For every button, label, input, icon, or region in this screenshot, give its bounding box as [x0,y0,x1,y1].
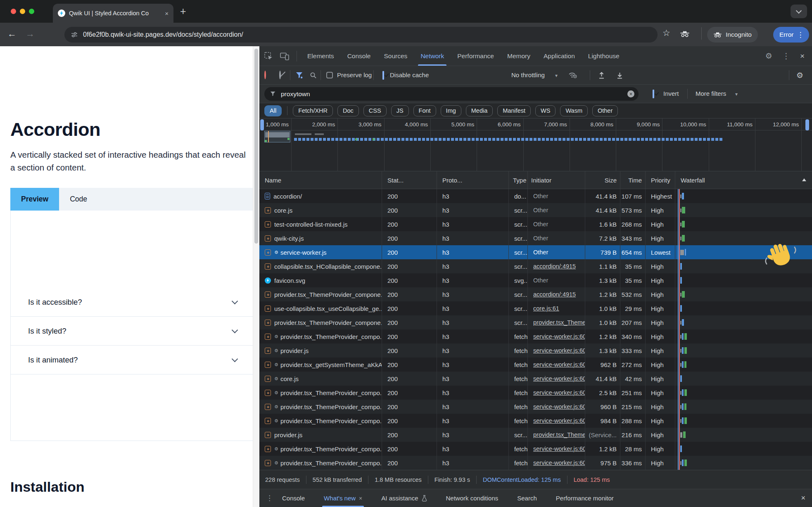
column-header-size[interactable]: Size [585,171,620,189]
network-request-row[interactable]: ‹›⚙service-worker.js200h3scr...Other739 … [259,245,812,259]
network-request-row[interactable]: ‹›provider.tsx_ThemeProvider_compone...2… [259,315,812,329]
network-request-row[interactable]: accordion/200h3do...Other41.4 kB107 msHi… [259,189,812,203]
devtools-close-icon[interactable]: × [800,52,805,61]
timeline-left-handle[interactable] [260,119,264,130]
column-header-priority[interactable]: Priority [646,171,675,189]
new-tab-button[interactable]: + [180,5,186,17]
filter-chip-wasm[interactable]: Wasm [560,105,588,116]
accordion-item[interactable]: Is it styled? [11,317,254,346]
drawer-tab-ai-assistance[interactable]: AI assistance [381,489,427,507]
network-request-row[interactable]: ‹›⚙provider.tsx_ThemeProvider_compo...20… [259,414,812,428]
column-header-status[interactable]: Stat... [382,171,437,189]
back-button[interactable]: ← [7,28,17,39]
filter-chip-media[interactable]: Media [466,105,493,116]
network-request-row[interactable]: ‹›⚙provider.tsx_getSystemTheme_aKkA...20… [259,358,812,372]
window-maximize-button[interactable] [29,9,34,14]
request-initiator-link[interactable]: service-worker.js:60 [533,389,585,396]
filter-chip-img[interactable]: Img [441,105,461,116]
devtools-tab-console[interactable]: Console [341,46,378,66]
tab-code[interactable]: Code [59,188,98,211]
export-har-icon[interactable] [616,71,623,79]
preserve-log-checkbox[interactable] [326,72,333,78]
page-scrollbar[interactable] [253,46,259,507]
devtools-tab-performance[interactable]: Performance [451,46,501,66]
column-header-waterfall[interactable]: Waterfall [675,171,812,189]
browser-menu-error-button[interactable]: Error ⋮ [773,27,809,43]
request-initiator-link[interactable]: service-worker.js:60 [533,347,585,354]
disable-cache-checkbox[interactable] [382,71,384,80]
more-filters-button[interactable]: More filters [696,90,726,97]
filter-chip-other[interactable]: Other [592,105,618,116]
drawer-tab-console[interactable]: Console [282,489,305,507]
close-drawer-tab-icon[interactable]: × [359,495,362,502]
tab-preview[interactable]: Preview [10,188,59,211]
import-har-icon[interactable] [598,71,605,79]
request-initiator-link[interactable]: service-worker.js:60 [533,361,585,368]
devtools-tab-elements[interactable]: Elements [301,46,341,66]
accordion-item[interactable]: Is it accessible? [11,288,254,317]
filter-chip-fetchxhr[interactable]: Fetch/XHR [293,105,333,116]
devtools-tab-memory[interactable]: Memory [501,46,537,66]
network-request-row[interactable]: ‹›⚙provider.tsx_ThemeProvider_compo...20… [259,400,812,414]
filter-chip-css[interactable]: CSS [363,105,387,116]
search-icon[interactable] [310,72,317,79]
site-settings-icon[interactable] [71,32,78,38]
device-toolbar-icon[interactable] [280,52,290,60]
browser-tab[interactable]: Qwik UI | Styled Accordion Co × [53,4,173,23]
bookmark-star-icon[interactable]: ☆ [662,28,670,38]
window-close-button[interactable] [11,9,16,14]
tab-search-button[interactable] [791,5,807,18]
network-request-row[interactable]: ‹›use-collapsible.tsx_useCollapsible_ge.… [259,301,812,315]
network-request-row[interactable]: ‹›⚙provider.tsx_ThemeProvider_compo...20… [259,456,812,470]
column-header-time[interactable]: Time [620,171,646,189]
invert-checkbox[interactable] [653,90,654,98]
throttling-dropdown-icon[interactable]: ▾ [555,73,558,78]
network-request-row[interactable]: ‹›⚙provider.tsx_ThemeProvider_compo...20… [259,329,812,344]
forward-button[interactable]: → [26,28,35,39]
filter-chip-doc[interactable]: Doc [337,105,359,116]
network-request-row[interactable]: ‹›⚙provider.tsx_ThemeProvider_compo...20… [259,386,812,400]
network-request-row[interactable]: ‹›⚙provider.js200h3fetchservice-worker.j… [259,344,812,358]
drawer-menu-kebab-icon[interactable]: ⋮ [266,494,273,502]
network-request-row[interactable]: ‹›core.js200h3scr...Other41.4 kB573 msHi… [259,203,812,217]
request-initiator-link[interactable]: provider.tsx_ThemeP [533,319,585,326]
clear-filter-icon[interactable]: × [627,90,634,97]
network-request-row[interactable]: ‹›qwik-city.js200h3scr...Other7.2 kB343 … [259,231,812,245]
timeline-right-handle[interactable] [805,119,809,130]
network-request-row[interactable]: favicon.svg200h3svg...Other1.3 kB35 msHi… [259,273,812,287]
incognito-indicator-icon[interactable] [680,31,690,38]
column-header-type[interactable]: Type [509,171,528,189]
request-initiator-link[interactable]: service-worker.js:60 [533,403,585,410]
tab-close-icon[interactable]: × [165,10,169,17]
network-request-row[interactable]: ‹›⚙core.js200h3fetchservice-worker.js:60… [259,372,812,386]
drawer-close-icon[interactable]: × [801,494,805,502]
request-initiator-link[interactable]: provider.tsx_ThemeP [533,431,585,438]
devtools-settings-gear-icon[interactable]: ⚙ [765,51,772,61]
filter-chip-js[interactable]: JS [391,105,409,116]
column-header-protocol[interactable]: Proto... [437,171,509,189]
filter-icon[interactable] [296,72,303,79]
network-settings-gear-icon[interactable]: ⚙ [796,71,803,80]
address-bar[interactable]: 0f6e2f0b.qwik-ui-site.pages.dev/docs/sty… [64,27,658,43]
column-header-name[interactable]: Name [259,171,382,189]
filter-text-input[interactable] [280,90,623,98]
filter-chip-manifest[interactable]: Manifest [497,105,531,116]
drawer-tab-search[interactable]: Search [517,489,537,507]
clear-network-log-icon[interactable] [279,71,281,79]
drawer-tab-performance-monitor[interactable]: Performance monitor [556,489,614,507]
scrollbar-thumb[interactable] [254,49,258,244]
request-initiator-link[interactable]: service-worker.js:60 [533,460,585,466]
request-initiator-link[interactable]: service-worker.js:60 [533,375,585,382]
network-request-row[interactable]: ‹›test-controlled-list-mixed.js200h3scr.… [259,217,812,231]
accordion-item[interactable]: Is it animated? [11,346,254,374]
request-initiator-link[interactable]: service-worker.js:60 [533,333,585,340]
network-request-row[interactable]: ‹›⚙provider.tsx_ThemeProvider_compo...20… [259,442,812,456]
throttling-select[interactable]: No throttling [511,71,545,78]
drawer-tab-network-conditions[interactable]: Network conditions [446,489,499,507]
network-request-row[interactable]: ‹›provider.js200h3scr...provider.tsx_The… [259,428,812,442]
network-overview-timeline[interactable]: 1,000 ms2,000 ms3,000 ms4,000 ms5,000 ms… [259,118,812,171]
devtools-tab-application[interactable]: Application [537,46,582,66]
request-initiator-link[interactable]: core.js:61 [533,305,559,312]
network-request-row[interactable]: ‹›collapsible.tsx_HCollapsible_compone..… [259,259,812,273]
devtools-tab-lighthouse[interactable]: Lighthouse [582,46,626,66]
